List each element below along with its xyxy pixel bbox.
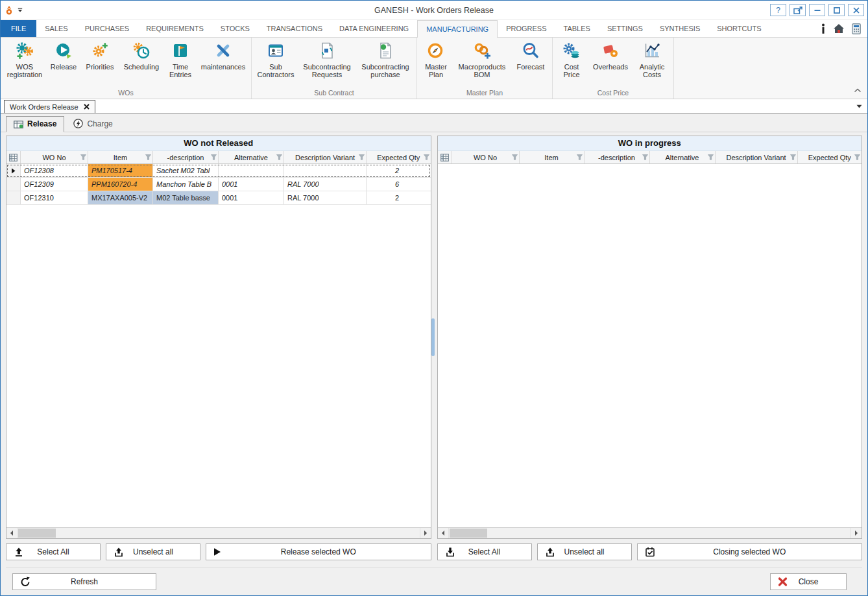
filter-icon[interactable] bbox=[708, 154, 714, 160]
column-header-expected-qty[interactable]: Expected Qty bbox=[367, 151, 431, 163]
filter-icon[interactable] bbox=[359, 154, 365, 160]
unselect-all-button-left[interactable]: Unselect all bbox=[106, 543, 200, 560]
calculator-icon[interactable] bbox=[852, 23, 861, 34]
column-header-description[interactable]: -description bbox=[585, 151, 650, 163]
horizontal-scrollbar[interactable] bbox=[6, 527, 431, 538]
row-selector-cell[interactable] bbox=[6, 178, 21, 191]
cell-alternative[interactable]: 0001 bbox=[219, 178, 284, 191]
wos-registration-button[interactable]: WOS registration bbox=[3, 40, 47, 80]
forecast-button[interactable]: Forecast bbox=[511, 40, 550, 72]
horizontal-scrollbar[interactable] bbox=[438, 527, 862, 538]
filter-icon[interactable] bbox=[790, 154, 796, 160]
home-icon[interactable] bbox=[833, 23, 845, 34]
sub-contractors-button[interactable]: Sub Contractors bbox=[254, 40, 298, 80]
document-tab-work-orders-release[interactable]: Work Orders Release bbox=[4, 100, 95, 113]
qat-dropdown-icon[interactable] bbox=[18, 8, 23, 12]
cell-description-variant[interactable] bbox=[284, 164, 367, 177]
cell-wo-no[interactable]: OF12310 bbox=[21, 191, 88, 204]
cell-description[interactable]: M02 Table basse bbox=[153, 191, 219, 204]
row-selector-header[interactable] bbox=[6, 151, 21, 163]
column-header-description-variant[interactable]: Description Variant bbox=[284, 151, 367, 163]
maintenances-button[interactable]: maintenances bbox=[197, 40, 249, 72]
filter-icon[interactable] bbox=[642, 154, 648, 160]
release-selected-wo-button[interactable]: Release selected WO bbox=[206, 543, 431, 560]
tab-progress[interactable]: PROGRESS bbox=[498, 20, 555, 37]
cell-expected-qty[interactable]: 2 bbox=[367, 191, 405, 204]
close-button[interactable]: Close bbox=[770, 573, 847, 590]
unselect-all-button-right[interactable]: Unselect all bbox=[537, 543, 632, 560]
popout-button[interactable] bbox=[790, 4, 806, 16]
subcontracting-requests-button[interactable]: Subcontracting Requests bbox=[298, 40, 356, 80]
close-window-button[interactable] bbox=[848, 4, 864, 16]
cell-description[interactable]: Sachet M02 Tabl bbox=[153, 164, 219, 177]
tab-settings[interactable]: SETTINGS bbox=[599, 20, 651, 37]
filter-icon[interactable] bbox=[577, 154, 583, 160]
column-header-alternative[interactable]: Alternative bbox=[650, 151, 716, 163]
column-header-item[interactable]: Item bbox=[520, 151, 585, 163]
time-entries-button[interactable]: Time Entries bbox=[163, 40, 197, 80]
filter-icon[interactable] bbox=[276, 154, 282, 160]
scrollbar-thumb[interactable] bbox=[450, 529, 487, 538]
cell-description[interactable]: Manchon Table B bbox=[153, 178, 219, 191]
cell-description-variant[interactable]: RAL 7000 bbox=[284, 178, 367, 191]
table-row[interactable]: OF12308 PM170517-4 Sachet M02 Tabl 2 bbox=[6, 164, 431, 178]
priorities-button[interactable]: Priorities bbox=[80, 40, 119, 72]
tab-tables[interactable]: TABLES bbox=[555, 20, 599, 37]
tab-sales[interactable]: SALES bbox=[36, 20, 76, 37]
help-button[interactable]: ? bbox=[770, 4, 786, 16]
master-plan-button[interactable]: Master Plan bbox=[419, 40, 453, 80]
tab-manufacturing[interactable]: MANUFACTURING bbox=[417, 20, 498, 38]
select-all-button-left[interactable]: Select All bbox=[6, 543, 101, 560]
tab-data-engineering[interactable]: DATA ENGINEERING bbox=[331, 20, 417, 37]
document-list-dropdown-icon[interactable] bbox=[856, 104, 862, 108]
minimize-button[interactable] bbox=[809, 4, 825, 16]
cell-expected-qty[interactable]: 2 bbox=[367, 164, 405, 177]
column-header-wo-no[interactable]: WO No bbox=[452, 151, 520, 163]
cell-wo-no[interactable]: OF12308 bbox=[21, 164, 88, 177]
column-header-alternative[interactable]: Alternative bbox=[219, 151, 284, 163]
info-icon[interactable] bbox=[821, 23, 826, 34]
cell-description-variant[interactable]: RAL 7000 bbox=[284, 191, 367, 204]
release-button[interactable]: Release bbox=[47, 40, 80, 72]
scheduling-button[interactable]: Scheduling bbox=[119, 40, 163, 72]
column-header-description-variant[interactable]: Description Variant bbox=[716, 151, 798, 163]
scroll-right-icon[interactable] bbox=[850, 528, 862, 538]
ribbon-collapse-icon[interactable] bbox=[854, 84, 862, 95]
overheads-button[interactable]: Overheads bbox=[588, 40, 633, 72]
column-header-wo-no[interactable]: WO No bbox=[21, 151, 88, 163]
filter-icon[interactable] bbox=[80, 154, 86, 160]
cell-expected-qty[interactable]: 6 bbox=[367, 178, 405, 191]
cell-wo-no[interactable]: OF12309 bbox=[21, 178, 88, 191]
tab-transactions[interactable]: TRANSACTIONS bbox=[258, 20, 331, 37]
select-all-button-right[interactable]: Select All bbox=[437, 543, 532, 560]
row-selector-header[interactable] bbox=[438, 151, 452, 163]
cell-item[interactable]: PM170517-4 bbox=[88, 164, 153, 177]
filter-icon[interactable] bbox=[145, 154, 151, 160]
tab-charge-view[interactable]: Charge bbox=[66, 116, 119, 132]
row-selector-cell[interactable] bbox=[6, 191, 21, 204]
table-row[interactable]: OF12309 PPM160720-4 Manchon Table B 0001… bbox=[6, 178, 431, 191]
cell-item[interactable]: MX17AXA005-V2 bbox=[88, 191, 153, 204]
subcontracting-purchase-button[interactable]: Subcontracting purchase bbox=[356, 40, 415, 80]
closing-selected-wo-button[interactable]: Closing selected WO bbox=[637, 543, 863, 560]
tab-close-icon[interactable] bbox=[84, 104, 90, 110]
cost-price-button[interactable]: Cost Price bbox=[555, 40, 588, 80]
scroll-left-icon[interactable] bbox=[6, 528, 18, 538]
tab-synthesis[interactable]: SYNTHESIS bbox=[651, 20, 708, 37]
filter-icon[interactable] bbox=[854, 154, 860, 160]
row-selector-cell[interactable] bbox=[6, 164, 21, 177]
tab-file[interactable]: FILE bbox=[1, 20, 36, 37]
scroll-right-icon[interactable] bbox=[420, 528, 431, 538]
tab-shortcuts[interactable]: SHORTCUTS bbox=[708, 20, 769, 37]
tab-stocks[interactable]: STOCKS bbox=[212, 20, 258, 37]
column-header-expected-qty[interactable]: Expected Qty bbox=[798, 151, 862, 163]
filter-icon[interactable] bbox=[512, 154, 518, 160]
cell-alternative[interactable] bbox=[219, 164, 284, 177]
filter-icon[interactable] bbox=[211, 154, 217, 160]
cell-alternative[interactable]: 0001 bbox=[219, 191, 284, 204]
scroll-left-icon[interactable] bbox=[438, 528, 449, 538]
tab-requirements[interactable]: REQUIREMENTS bbox=[138, 20, 212, 37]
column-header-description[interactable]: -description bbox=[153, 151, 219, 163]
table-row[interactable]: OF12310 MX17AXA005-V2 M02 Table basse 00… bbox=[6, 191, 431, 205]
filter-icon[interactable] bbox=[424, 154, 429, 160]
